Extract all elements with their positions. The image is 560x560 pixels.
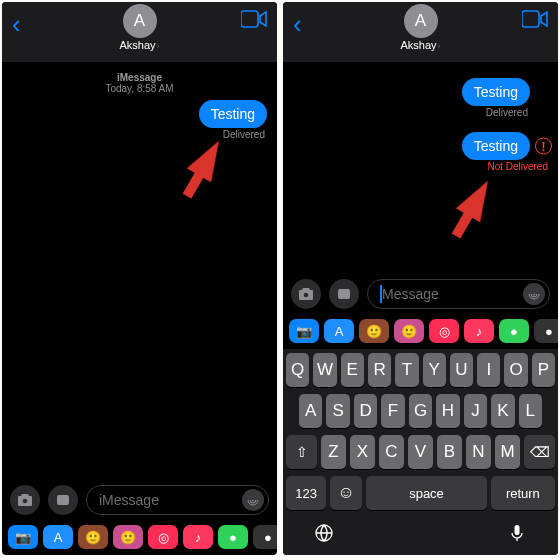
placeholder: iMessage [99,492,159,508]
dictation-icon[interactable] [507,523,527,547]
svg-rect-5 [338,289,350,299]
message-row[interactable]: Testing ! [283,132,558,160]
key-u[interactable]: U [450,353,473,387]
appstore-button[interactable] [48,485,78,515]
annotation-arrow [187,134,231,183]
svg-rect-3 [522,11,539,27]
key-z[interactable]: Z [321,435,346,469]
placeholder: Message [382,286,439,302]
key-t[interactable]: T [395,353,418,387]
key-k[interactable]: K [491,394,514,428]
key-b[interactable]: B [437,435,462,469]
key-c[interactable]: C [379,435,404,469]
key-return[interactable]: return [491,476,555,510]
input-bar: iMessage [2,479,277,521]
key-123[interactable]: 123 [286,476,326,510]
app-strip-icon[interactable]: ● [218,525,248,549]
app-strip-icon[interactable]: ◎ [429,319,459,343]
app-strip-icon[interactable]: ● [499,319,529,343]
globe-icon[interactable] [314,523,334,547]
message-bubble: Testing [462,78,530,106]
app-strip-icon[interactable]: 🙂 [394,319,424,343]
app-strip-icon[interactable]: ● [534,319,558,343]
key-y[interactable]: Y [423,353,446,387]
key-v[interactable]: V [408,435,433,469]
delivery-status-error: Not Delivered [283,161,558,172]
message-row[interactable]: Testing [283,78,558,106]
app-strip-icon[interactable]: 🙂 [359,319,389,343]
key-p[interactable]: P [532,353,555,387]
key-f[interactable]: F [381,394,404,428]
conversation: iMessageToday, 8:58 AM Testing Delivered [2,62,277,479]
key-j[interactable]: J [464,394,487,428]
keyboard: QWERTYUIOP ASDFGHJKL ⇧ZXCVBNM⌫ 123 ☺ spa… [283,349,558,555]
key-s[interactable]: S [326,394,349,428]
header: ‹ A Akshay› [2,2,277,62]
chevron-right-icon: › [438,41,441,51]
app-strip-icon[interactable]: A [324,319,354,343]
message-row[interactable]: Testing [2,100,277,128]
chevron-right-icon: › [157,41,160,51]
timestamp: iMessageToday, 8:58 AM [2,72,277,94]
key-i[interactable]: I [477,353,500,387]
audio-record-icon[interactable] [242,489,264,511]
app-strip-icon[interactable]: ♪ [183,525,213,549]
key-shift[interactable]: ⇧ [286,435,317,469]
conversation: Testing Delivered Testing ! Not Delivere… [283,62,558,273]
key-emoji[interactable]: ☺ [330,476,362,510]
app-strip[interactable]: 📷A🙂🙂◎♪●●✦ [2,521,277,555]
phone-left: ‹ A Akshay› iMessageToday, 8:58 AM Testi… [2,2,277,555]
header: ‹ A Akshay› [283,2,558,62]
svg-point-4 [304,293,309,298]
key-g[interactable]: G [409,394,432,428]
keyboard-bottom-bar [286,517,555,549]
svg-rect-0 [241,11,258,27]
key-n[interactable]: N [466,435,491,469]
key-space[interactable]: space [366,476,486,510]
app-strip-icon[interactable]: A [43,525,73,549]
error-icon[interactable]: ! [535,138,552,155]
message-input[interactable]: Message [367,279,550,309]
message-bubble: Testing [199,100,267,128]
appstore-button[interactable] [329,279,359,309]
key-backspace[interactable]: ⌫ [524,435,555,469]
app-strip-icon[interactable]: ◎ [148,525,178,549]
audio-record-icon[interactable] [523,283,545,305]
key-w[interactable]: W [313,353,336,387]
app-strip-icon[interactable]: 🙂 [78,525,108,549]
app-strip-icon[interactable]: ♪ [464,319,494,343]
key-e[interactable]: E [341,353,364,387]
avatar: A [404,4,438,38]
phone-right: ‹ A Akshay› Testing Delivered Testing ! … [283,2,558,555]
key-x[interactable]: X [350,435,375,469]
facetime-button[interactable] [241,10,267,32]
annotation-arrow [456,174,500,223]
app-strip-icon[interactable]: ● [253,525,277,549]
key-l[interactable]: L [519,394,542,428]
key-d[interactable]: D [354,394,377,428]
contact-block[interactable]: A Akshay› [283,4,558,51]
message-bubble: Testing [462,132,530,160]
svg-rect-7 [515,525,520,535]
camera-button[interactable] [10,485,40,515]
contact-name: Akshay› [400,39,440,51]
key-m[interactable]: M [495,435,520,469]
message-input[interactable]: iMessage [86,485,269,515]
camera-button[interactable] [291,279,321,309]
avatar: A [123,4,157,38]
key-a[interactable]: A [299,394,322,428]
app-strip-icon[interactable]: 📷 [8,525,38,549]
contact-block[interactable]: A Akshay› [2,4,277,51]
delivery-status: Delivered [283,107,558,118]
key-r[interactable]: R [368,353,391,387]
facetime-button[interactable] [522,10,548,32]
app-strip-icon[interactable]: 🙂 [113,525,143,549]
contact-name: Akshay› [119,39,159,51]
input-bar: Message [283,273,558,315]
key-o[interactable]: O [504,353,527,387]
app-strip[interactable]: 📷A🙂🙂◎♪●●✦ [283,315,558,349]
key-h[interactable]: H [436,394,459,428]
svg-rect-2 [57,495,69,505]
key-q[interactable]: Q [286,353,309,387]
app-strip-icon[interactable]: 📷 [289,319,319,343]
